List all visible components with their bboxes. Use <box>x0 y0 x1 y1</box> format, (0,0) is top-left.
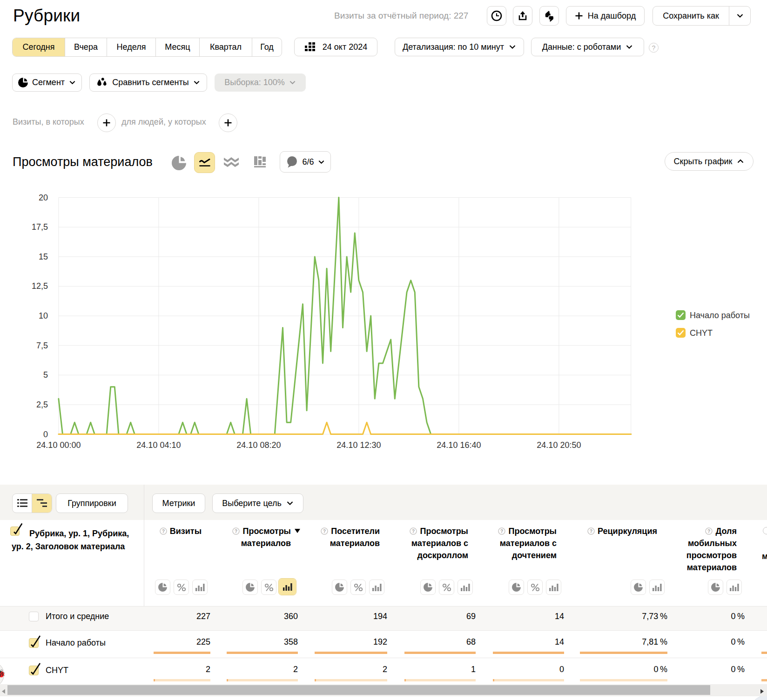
svg-text:7,5: 7,5 <box>36 341 48 350</box>
svg-text:24.10 12:30: 24.10 12:30 <box>336 440 381 450</box>
svg-text:24.10 08:20: 24.10 08:20 <box>236 440 281 450</box>
svg-text:24.10 00:00: 24.10 00:00 <box>36 440 81 450</box>
svg-text:17,5: 17,5 <box>32 222 48 232</box>
svg-text:15: 15 <box>39 252 48 261</box>
svg-text:0: 0 <box>43 430 48 439</box>
svg-text:12,5: 12,5 <box>32 281 48 291</box>
svg-text:24.10 04:10: 24.10 04:10 <box>136 440 181 450</box>
svg-text:5: 5 <box>43 370 48 380</box>
svg-text:20: 20 <box>39 193 48 202</box>
svg-text:?: ? <box>707 529 710 534</box>
svg-text:10: 10 <box>39 311 48 320</box>
svg-text:24.10 16:40: 24.10 16:40 <box>437 440 481 450</box>
svg-text:?: ? <box>500 529 503 534</box>
svg-text:2,5: 2,5 <box>36 400 48 409</box>
svg-text:24.10 20:50: 24.10 20:50 <box>537 440 581 450</box>
